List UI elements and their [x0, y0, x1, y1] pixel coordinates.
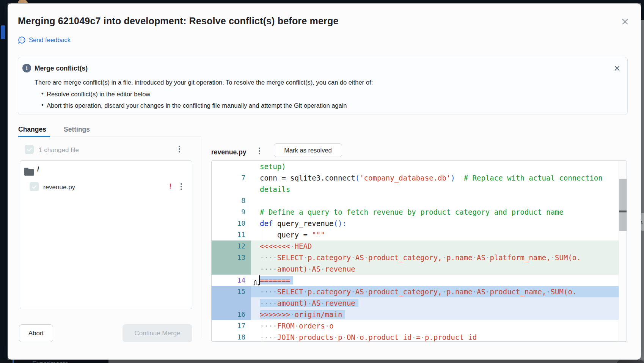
- line-number: 8: [212, 195, 251, 206]
- underlying-primary-button[interactable]: [1, 25, 5, 39]
- code-editor[interactable]: setup)7conn = sqlite3.connect('company_d…: [211, 160, 627, 342]
- check-icon: [31, 184, 37, 190]
- continue-merge-button[interactable]: Continue Merge: [123, 324, 192, 342]
- whitespace-dot: ·: [269, 265, 273, 273]
- code-line[interactable]: 13····SELECT·p.category·AS·product_categ…: [212, 252, 627, 263]
- changed-files-summary: 1 changed file: [39, 146, 79, 154]
- code-text[interactable]: # Define a query to fetch revenue by pro…: [251, 206, 627, 218]
- code-token: orders: [299, 322, 325, 330]
- code-text[interactable]: ····SELECT·p.category·AS·product_categor…: [251, 252, 627, 263]
- alert-body: There are merge conflict(s) in a file, i…: [35, 79, 373, 86]
- code-line[interactable]: 9# Define a query to fetch revenue by pr…: [212, 206, 627, 218]
- code-line[interactable]: setup): [212, 161, 627, 172]
- whitespace-dot: ·: [364, 253, 368, 262]
- code-token: AS: [312, 265, 320, 273]
- whitespace-dot: ·: [295, 333, 299, 341]
- whitespace-dot: ·: [325, 322, 329, 330]
- whitespace-dot: ·: [442, 253, 446, 262]
- indent-guide: [262, 229, 262, 240]
- scroll-position-marker: [619, 211, 627, 212]
- code-text[interactable]: conn = sqlite3.connect('company_database…: [251, 172, 627, 184]
- whitespace-dot: ·: [412, 333, 416, 341]
- pointer-hand-cursor: [253, 280, 261, 286]
- code-line[interactable]: 12<<<<<<<·HEAD: [212, 240, 627, 252]
- code-text[interactable]: details: [251, 184, 627, 195]
- code-token: (: [355, 174, 360, 182]
- code-line[interactable]: 17····FROM·orders·o: [212, 320, 627, 332]
- sidebar-divider: [4, 0, 4, 360]
- folder-name: /: [37, 165, 39, 173]
- file-menu-button[interactable]: [180, 182, 183, 191]
- whitespace-dot: ·: [485, 253, 490, 262]
- code-text[interactable]: query = """: [251, 229, 627, 240]
- code-token: ON: [347, 333, 355, 341]
- code-text[interactable]: =======: [251, 275, 627, 286]
- file-checkbox[interactable]: [30, 182, 39, 191]
- files-menu-button[interactable]: [178, 145, 181, 153]
- whitespace-dot: ·: [485, 288, 490, 296]
- whitespace-dot: ·: [264, 253, 268, 262]
- code-token: product_name,: [490, 288, 546, 296]
- whitespace-dot: ·: [269, 322, 273, 330]
- whitespace-dot: ·: [264, 288, 268, 296]
- whitespace-dot: ·: [351, 253, 355, 262]
- code-text[interactable]: ····amount)·AS·revenue: [251, 263, 627, 275]
- code-token: platform_name,: [490, 253, 550, 262]
- alert-dismiss-button[interactable]: [612, 63, 622, 73]
- code-token: ): [451, 174, 455, 182]
- code-line[interactable]: 11 query = """: [212, 229, 627, 240]
- code-line[interactable]: 7conn = sqlite3.connect('company_databas…: [212, 172, 627, 184]
- feedback-bubble-icon: [18, 36, 26, 44]
- dialog-close-button[interactable]: [619, 16, 631, 27]
- whitespace-dot: ·: [264, 322, 268, 330]
- code-token: ():: [333, 219, 346, 228]
- mark-resolved-button[interactable]: Mark as resolved: [274, 143, 342, 157]
- whitespace-dot: ·: [442, 288, 446, 296]
- file-tree: / revenue.py !: [20, 160, 192, 309]
- code-text[interactable]: def query_revenue():: [251, 218, 627, 229]
- code-token: JOIN: [277, 333, 295, 341]
- scrollbar-thumb[interactable]: [619, 179, 627, 231]
- code-text[interactable]: ····JOIN·products·p·ON·o.product_id·=·p.…: [251, 332, 627, 342]
- code-line[interactable]: ····amount)·AS·revenue: [212, 263, 627, 275]
- code-text[interactable]: ····amount)·AS·revenue: [251, 297, 627, 309]
- close-icon: [620, 17, 630, 26]
- code-token: AS: [355, 253, 364, 262]
- code-text[interactable]: setup): [251, 161, 627, 172]
- code-line[interactable]: 14=======: [212, 275, 627, 286]
- whitespace-dot: ·: [290, 242, 294, 250]
- code-line[interactable]: 10def query_revenue():: [212, 218, 627, 229]
- file-tree-item-revenue[interactable]: revenue.py: [43, 184, 75, 191]
- code-line[interactable]: ····amount)·AS·revenue: [212, 297, 627, 309]
- whitespace-dot: ·: [420, 333, 424, 341]
- line-number: 15: [212, 286, 251, 297]
- active-tab-underline: [18, 136, 50, 137]
- code-text[interactable]: ····FROM·orders·o: [251, 320, 627, 332]
- send-feedback-link[interactable]: Send feedback: [18, 36, 71, 44]
- code-token: # Define a query to fetch revenue by pro…: [260, 208, 564, 216]
- tab-changes[interactable]: Changes: [18, 126, 46, 134]
- code-line[interactable]: 15····SELECT·p.category·AS·product_categ…: [212, 286, 627, 297]
- line-number: [212, 297, 251, 309]
- code-text[interactable]: [251, 195, 627, 206]
- tab-settings[interactable]: Settings: [64, 126, 90, 134]
- select-all-checkbox[interactable]: [25, 145, 34, 154]
- line-number: 14: [212, 275, 251, 286]
- code-token: products: [299, 333, 334, 341]
- sidebar-item-experiments[interactable]: Experiments: [32, 360, 68, 363]
- whitespace-dot: ·: [334, 333, 338, 341]
- abort-button[interactable]: Abort: [19, 324, 53, 342]
- avatar[interactable]: [18, 0, 28, 3]
- code-text[interactable]: >>>>>>>·origin/main: [251, 309, 627, 320]
- code-line[interactable]: 8: [212, 195, 627, 206]
- code-token: SELECT: [277, 253, 303, 262]
- code-line[interactable]: 16>>>>>>>·origin/main: [212, 309, 627, 320]
- code-text[interactable]: ····SELECT·p.category·AS·product_categor…: [251, 286, 627, 297]
- code-text[interactable]: <<<<<<<·HEAD: [251, 240, 627, 252]
- code-token: origin/main: [295, 310, 342, 319]
- code-token: AS: [477, 288, 485, 296]
- code-token: def: [260, 219, 273, 228]
- code-line[interactable]: 18····JOIN·products·p·ON·o.product_id·=·…: [212, 332, 627, 342]
- editor-menu-button[interactable]: [258, 147, 261, 155]
- code-line[interactable]: details: [212, 184, 627, 195]
